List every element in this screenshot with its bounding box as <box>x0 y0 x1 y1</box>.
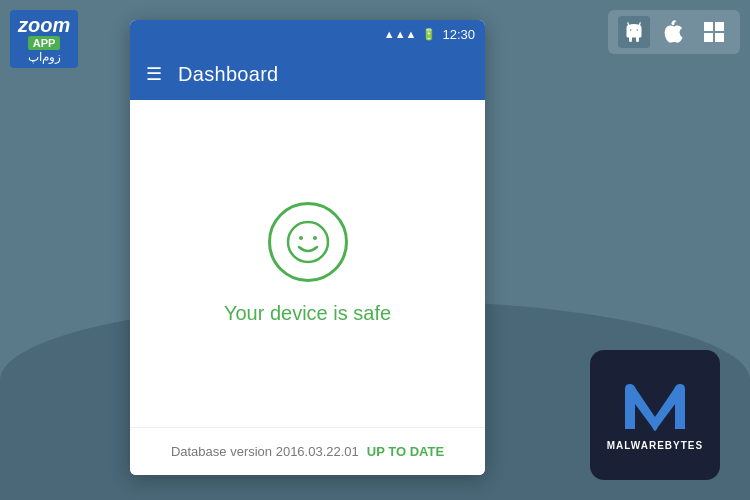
db-version-label: Database version 2016.03.22.01 <box>171 444 359 459</box>
zoomapp-logo: zoom APP زوم‌اپ <box>10 10 78 68</box>
status-bar: ▲▲▲ 🔋 12:30 <box>130 20 485 48</box>
hamburger-menu-icon[interactable]: ☰ <box>146 63 162 85</box>
time-display: 12:30 <box>442 27 475 42</box>
apple-icon-button[interactable] <box>658 16 690 48</box>
android-icon-button[interactable] <box>618 16 650 48</box>
svg-rect-3 <box>715 33 724 42</box>
svg-rect-1 <box>715 22 724 31</box>
signal-icon: ▲▲▲ <box>384 28 417 40</box>
battery-icon: 🔋 <box>422 28 436 41</box>
malwarebytes-logo: MALWAREBYTES <box>590 350 720 480</box>
svg-point-5 <box>299 236 303 240</box>
svg-point-4 <box>288 222 328 262</box>
arabic-label: زوم‌اپ <box>28 50 61 64</box>
svg-rect-0 <box>704 22 713 31</box>
platform-icons-container <box>608 10 740 54</box>
safe-message: Your device is safe <box>224 302 391 325</box>
svg-point-6 <box>313 236 317 240</box>
phone-mockup: ▲▲▲ 🔋 12:30 ☰ Dashboard Your device is s… <box>130 20 485 475</box>
safe-smiley-icon <box>268 202 348 282</box>
app-badge: APP <box>28 36 61 50</box>
malwarebytes-brand-label: MALWAREBYTES <box>607 440 703 451</box>
app-header-title: Dashboard <box>178 63 279 86</box>
malwarebytes-m-icon <box>620 379 690 434</box>
windows-icon-button[interactable] <box>698 16 730 48</box>
app-footer: Database version 2016.03.22.01 UP TO DAT… <box>130 427 485 475</box>
app-main-content: Your device is safe <box>130 100 485 427</box>
zoom-logo-text: zoom <box>18 14 70 36</box>
svg-rect-2 <box>704 33 713 42</box>
app-header: ☰ Dashboard <box>130 48 485 100</box>
up-to-date-badge: UP TO DATE <box>367 444 444 459</box>
